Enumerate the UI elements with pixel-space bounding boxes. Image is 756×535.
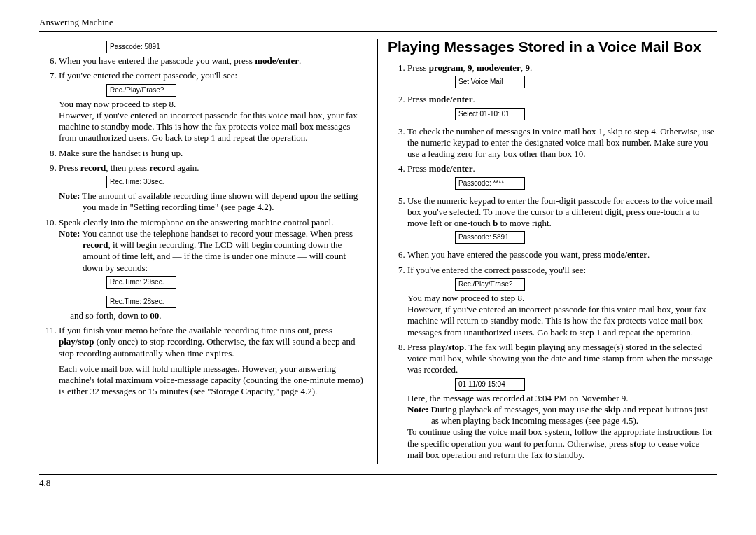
page-header: Answering Machine (39, 17, 717, 28)
right-step7-proceed: You may now proceed to step 8. (407, 293, 717, 304)
left-step-7: If you've entered the correct passcode, … (59, 70, 368, 144)
page: Answering Machine Passcode: 5891 When yo… (0, 0, 756, 501)
lcd-passcode-5891-right: Passcode: 5891 (455, 229, 717, 246)
here-text: Here, the message was recorded at 3:04 P… (407, 393, 717, 404)
left-step-8: Make sure the handset is hung up. (59, 148, 368, 159)
left-note2: Note: You cannot use the telephone hands… (59, 228, 368, 274)
left-step-9: Press record, then press record again. R… (59, 162, 368, 214)
lcd-passcode-stars: Passcode: **** (455, 175, 717, 192)
lcd-rpe-left: Rec./Play/Erase? (106, 82, 368, 99)
continue-text: To continue using the voice mail box sys… (407, 426, 717, 461)
lcd-select-01-10: Select 01-10: 01 (455, 106, 717, 123)
left-step-11: If you finish your memo before the avail… (59, 325, 368, 398)
right-step-4: Press mode/enter. Passcode: **** (407, 163, 717, 191)
left-note1: Note: The amount of available recording … (59, 190, 368, 214)
right-step-5: Use the numeric keypad to enter the four… (407, 195, 717, 246)
page-footer: 4.8 (39, 478, 717, 489)
right-step-2: Press mode/enter. Select 01-10: 01 (407, 94, 717, 122)
lcd-rec30: Rec.Time: 30sec. (106, 174, 368, 190)
lcd-rec29: Rec.Time: 29sec. (106, 274, 368, 291)
lcd-timestamp: 01 11/09 15:04 (455, 376, 717, 393)
right-step-3: To check the number of messages in voice… (407, 126, 717, 160)
lcd-passcode-5891: Passcode: 5891 (106, 39, 368, 55)
section-title: Playing Messages Stored in a Voice Mail … (388, 39, 717, 55)
right-note: Note: During playback of messages, you m… (407, 404, 717, 427)
right-step-7: If you've entered the correct passcode, … (407, 265, 717, 338)
right-steps: Press program, 9, mode/enter, 9. Set Voi… (388, 62, 717, 461)
left-steps: When you have entered the passcode you w… (39, 55, 368, 398)
and-so-forth: — and so forth, down to 00. (59, 310, 368, 321)
right-step-1: Press program, 9, mode/enter, 9. Set Voi… (407, 62, 717, 90)
lcd-set-voice-mail: Set Voice Mail (455, 74, 717, 90)
columns: Passcode: 5891 When you have entered the… (39, 39, 717, 464)
right-step7-however: However, if you've entered an incorrect … (407, 304, 717, 338)
right-step-6: When you have entered the passcode you w… (407, 249, 717, 260)
rule-bottom (39, 474, 717, 475)
lcd-rec28: Rec.Time: 28sec. (106, 293, 368, 310)
lcd-rpe-right: Rec./Play/Erase? (455, 276, 717, 293)
left-column: Passcode: 5891 When you have entered the… (39, 39, 378, 464)
left-step7-proceed: You may now proceed to step 8. (59, 99, 368, 110)
left-step-6: When you have entered the passcode you w… (59, 55, 368, 67)
right-column: Playing Messages Stored in a Voice Mail … (378, 39, 717, 464)
left-step-10: Speak clearly into the microphone on the… (59, 217, 368, 322)
rule-top (39, 31, 717, 32)
left-step7-however: However, if you've entered an incorrect … (59, 110, 368, 144)
right-step-8: Press play/stop. The fax will begin play… (407, 342, 717, 461)
left-ending-para: Each voice mail box will hold multiple m… (59, 363, 368, 398)
